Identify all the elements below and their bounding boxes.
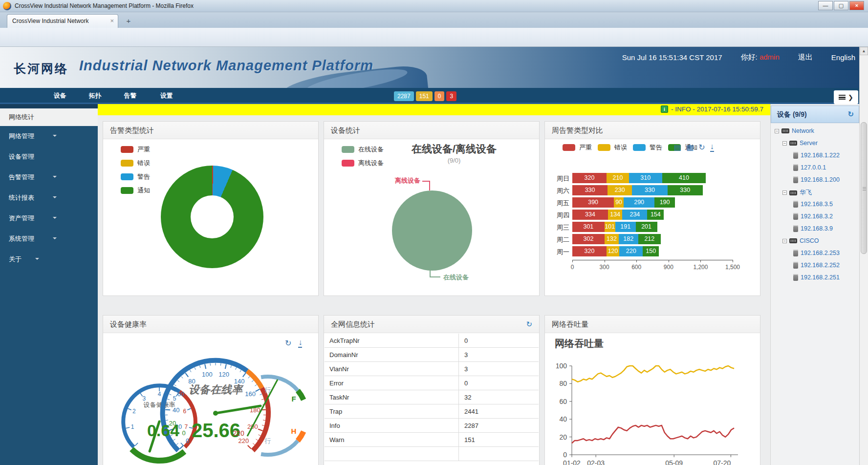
scrollbar-up-arrow[interactable]: ▲ xyxy=(860,47,868,55)
tree-node-device[interactable]: 192.168.2.253 xyxy=(793,250,840,256)
tree-node-device[interactable]: 192.168.2.252 xyxy=(793,262,840,269)
tab-close-icon[interactable]: × xyxy=(110,17,114,24)
bar-segment[interactable]: 410 xyxy=(662,173,706,183)
bar-segment[interactable]: 120 xyxy=(607,246,619,256)
bar-segment[interactable]: 134 xyxy=(608,210,622,220)
refresh-icon[interactable]: ↻ xyxy=(526,320,532,329)
bar-segment[interactable]: 334 xyxy=(572,210,608,220)
bar-segment[interactable]: 132 xyxy=(605,234,619,244)
bar-segment[interactable]: 310 xyxy=(629,173,662,183)
bar-segment[interactable]: 302 xyxy=(572,234,605,244)
tree-node-device[interactable]: 127.0.0.1 xyxy=(793,164,826,171)
bar-segment[interactable]: 212 xyxy=(638,234,661,244)
collapse-icon[interactable]: − xyxy=(782,190,787,195)
bar-segment[interactable]: 101 xyxy=(605,222,615,232)
collapse-icon[interactable]: − xyxy=(775,129,779,133)
svg-text:220: 220 xyxy=(233,429,244,437)
device-panel-toggle-button[interactable]: ❯ xyxy=(834,90,858,104)
bar-segment[interactable]: 154 xyxy=(647,210,664,220)
nav-item-4[interactable]: 设置 xyxy=(160,92,173,100)
collapse-icon[interactable]: − xyxy=(782,141,787,146)
table-cell-value: 2441 xyxy=(464,408,478,415)
language-link[interactable]: English xyxy=(831,53,855,62)
table-row[interactable]: AckTrapNr0 xyxy=(325,334,539,348)
tree-node-device[interactable]: 192.168.1.222 xyxy=(793,152,840,159)
bar-segment[interactable]: 190 xyxy=(654,197,675,208)
bar-segment[interactable]: 220 xyxy=(619,246,643,256)
tree-node-device[interactable]: 192.168.3.5 xyxy=(793,201,833,208)
nav-item-3[interactable]: 告警 xyxy=(124,92,136,100)
tree-node-group[interactable]: −Network xyxy=(775,127,814,134)
table-row[interactable] xyxy=(325,447,539,461)
svg-text:100: 100 xyxy=(556,362,567,370)
sidebar-item-7[interactable]: 系统管理 xyxy=(0,229,98,249)
refresh-icon[interactable]: ↻ xyxy=(847,106,854,123)
nav-item-1[interactable]: 设备 xyxy=(54,92,66,100)
page-scrollbar[interactable]: ▲ xyxy=(859,47,868,465)
alarm-badge-2[interactable]: 151 xyxy=(416,91,433,101)
tree-node-group[interactable]: −华飞 xyxy=(782,189,812,197)
bar-segment[interactable]: 201 xyxy=(636,222,657,232)
alarm-badge-1[interactable]: 2287 xyxy=(394,91,414,101)
tree-node-device[interactable]: 192.168.1.200 xyxy=(793,176,840,183)
sidebar-item-1[interactable]: 网络统计 xyxy=(0,108,98,126)
tree-node-device[interactable]: 192.168.3.2 xyxy=(793,213,833,220)
bar-segment[interactable]: 320 xyxy=(572,173,607,183)
bar-segment[interactable]: 182 xyxy=(619,234,638,244)
sidebar-item-2[interactable]: 网络管理 xyxy=(0,126,98,147)
collapse-icon[interactable]: − xyxy=(782,239,787,243)
table-row[interactable]: Error0 xyxy=(325,376,539,390)
sidebar-item-4[interactable]: 告警管理 xyxy=(0,167,98,188)
panel-netinfo: 全网信息统计 ↻ AckTrapNr0DomainNr3VlanNr3Error… xyxy=(324,315,540,465)
table-row[interactable]: TaskNr32 xyxy=(325,390,539,404)
bar-segment[interactable]: 90 xyxy=(614,197,624,208)
bar-segment[interactable]: 290 xyxy=(624,197,654,208)
brand-logo: 长河网络 xyxy=(14,61,68,77)
table-row[interactable]: DomainNr3 xyxy=(325,348,539,362)
bar-segment[interactable]: 191 xyxy=(615,222,636,232)
minimize-button[interactable]: — xyxy=(818,1,833,10)
bar-segment[interactable]: 301 xyxy=(572,222,605,232)
sidebar-item-5[interactable]: 统计报表 xyxy=(0,188,98,208)
tree-node-device[interactable]: 192.168.3.9 xyxy=(793,225,833,232)
bar-segment[interactable]: 330 xyxy=(572,185,608,195)
bar-segment[interactable]: 230 xyxy=(608,185,632,195)
bar-segment[interactable]: 234 xyxy=(622,210,647,220)
bar-segment[interactable]: 330 xyxy=(632,185,667,195)
alarm-badge-3[interactable]: 0 xyxy=(434,91,445,101)
bar-segment[interactable]: 210 xyxy=(607,173,629,183)
sidebar-item-8[interactable]: 关于 xyxy=(0,249,98,270)
pie-title: 在线设备/离线设备 xyxy=(368,142,540,156)
table-row[interactable]: Trap2441 xyxy=(325,404,539,419)
x-tick-label: 600 xyxy=(631,264,641,271)
alarm-badge-4[interactable]: 3 xyxy=(446,91,456,101)
table-row[interactable]: VlanNr3 xyxy=(325,362,539,376)
logout-link[interactable]: 退出 xyxy=(798,53,813,62)
legend-item[interactable]: 严重 xyxy=(121,145,150,154)
browser-tab[interactable]: CrossView Industrial Network × xyxy=(7,14,118,28)
sidebar-item-6[interactable]: 资产管理 xyxy=(0,208,98,229)
tree-node-device[interactable]: 192.168.2.251 xyxy=(793,274,840,281)
svg-text:1: 1 xyxy=(131,423,134,430)
bar-segment[interactable]: 320 xyxy=(572,246,607,256)
nav-item-2[interactable]: 拓扑 xyxy=(89,92,101,100)
tree-node-group[interactable]: −CISCO xyxy=(782,237,819,244)
table-row[interactable]: Warn151 xyxy=(325,433,539,447)
scrollbar-thumb[interactable] xyxy=(861,122,867,254)
svg-text:80: 80 xyxy=(559,380,567,387)
datetime-text: Sun Jul 16 15:51:34 CST 2017 xyxy=(622,53,722,62)
tree-node-group[interactable]: −Server xyxy=(782,140,818,147)
bar-segment[interactable]: 150 xyxy=(643,246,659,256)
new-tab-button[interactable]: + xyxy=(122,16,135,26)
legend-item[interactable]: 通知 xyxy=(121,186,150,195)
table-cell-key: TaskNr xyxy=(329,394,349,401)
legend-item[interactable]: 错误 xyxy=(121,159,150,168)
legend-item[interactable]: 警告 xyxy=(121,172,150,181)
maximize-button[interactable]: ▢ xyxy=(834,1,848,10)
device-icon xyxy=(793,176,798,183)
close-button[interactable]: × xyxy=(849,1,864,10)
table-row[interactable]: Info2287 xyxy=(325,419,539,433)
bar-segment[interactable]: 390 xyxy=(572,197,614,208)
sidebar-item-3[interactable]: 设备管理 xyxy=(0,147,98,167)
bar-segment[interactable]: 330 xyxy=(668,185,703,195)
